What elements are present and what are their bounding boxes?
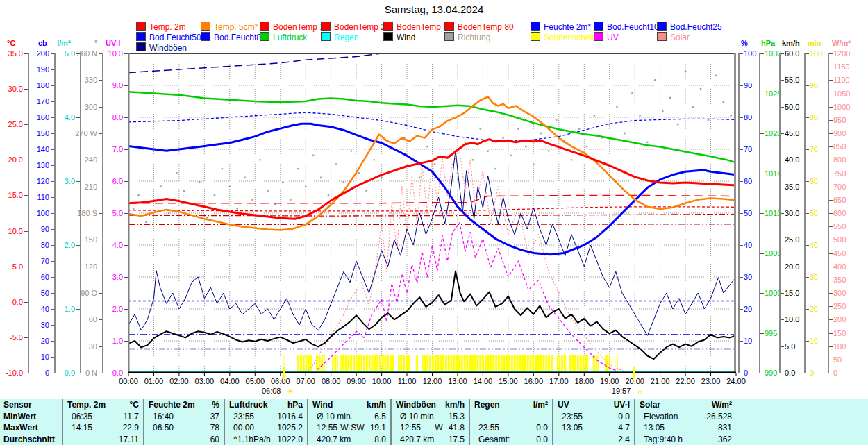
table-row: 17.11: [63, 434, 144, 445]
direction-dot: [685, 70, 687, 72]
table-cell-value: 362: [718, 434, 737, 445]
axis-label: 110: [20, 194, 49, 201]
axis-label: 30: [68, 343, 97, 351]
table-cell-value: 41.8: [449, 422, 470, 434]
axis-label: 25.0: [785, 236, 799, 244]
axis-label: 40: [744, 242, 752, 249]
axis-label: 180 S: [68, 210, 97, 217]
axis-label: 20: [810, 305, 818, 313]
axis-tick: [829, 280, 833, 280]
axis-label: 20.0: [785, 263, 799, 271]
x-tick-label: 04:00: [216, 377, 244, 385]
legend-item: Bod.Feucht10: [594, 22, 659, 31]
direction-dot: [692, 106, 694, 108]
direction-dot: [533, 163, 535, 165]
table-cell-value: -26.528: [703, 411, 737, 423]
legend-swatch-icon: [201, 22, 210, 31]
direction-dot: [517, 128, 519, 130]
legend-item: Solar: [657, 32, 690, 41]
axis-label: 10: [20, 353, 49, 361]
axis-label: 80: [810, 114, 818, 121]
axis-header: km/h: [782, 40, 800, 47]
legend-swatch-icon: [594, 32, 603, 41]
axis-tick: [829, 253, 833, 254]
direction-dot: [297, 168, 299, 170]
axis-tick: [760, 333, 764, 334]
table-cell-value: 1022.0: [277, 434, 308, 445]
legend-item: Bod.Feucht80: [201, 32, 266, 41]
table-group-header: SolarW/m²: [635, 399, 737, 411]
table-cell-value: 15.3: [449, 411, 470, 423]
table-cell-label: 420.7 km: [308, 434, 351, 445]
axis-tick: [24, 302, 28, 303]
axis-tick: [51, 165, 54, 166]
axis-tick: [124, 85, 128, 86]
axis-label: 70: [744, 146, 752, 153]
axis-tick: [781, 53, 784, 54]
axis-header: °: [94, 40, 97, 47]
axis-tick: [740, 277, 743, 278]
axis-header: %: [741, 40, 748, 47]
axis-tick: [806, 213, 809, 214]
axis-label: 800: [833, 156, 846, 164]
table-cell-label: 00:00: [225, 422, 254, 434]
sunshine-bar: [415, 355, 418, 372]
axis-tick: [76, 181, 80, 182]
x-tick-label: 23:00: [697, 377, 725, 385]
legend-swatch-icon: [260, 32, 269, 41]
axis-label: 850: [833, 143, 846, 151]
axis-tick: [740, 117, 743, 118]
axis-tick: [51, 357, 54, 358]
axis-label: 150: [68, 236, 97, 244]
table-cell-value: 2.4: [618, 434, 635, 445]
direction-dot: [646, 141, 649, 143]
axis-label: 60: [20, 274, 49, 281]
axis-label: 950: [833, 117, 846, 124]
axis-label: 70: [810, 146, 818, 153]
table-cell-value: 0.0: [618, 411, 635, 423]
axis-tick: [51, 213, 54, 214]
direction-dot: [137, 194, 140, 196]
x-tick-label: 08:00: [317, 377, 345, 385]
table-cell-value: 6.5: [374, 411, 392, 423]
chart-plot: [128, 53, 736, 373]
legend-item: BodenTemp 50: [383, 22, 453, 31]
legend-swatch-icon: [136, 42, 146, 51]
axis-tick: [99, 160, 102, 160]
table-row: 14:1522.9: [63, 422, 144, 434]
axis-label: 30: [744, 274, 752, 281]
legend-item: Wind: [383, 32, 415, 41]
axis-tick: [24, 124, 28, 125]
axis-label: 80: [744, 114, 752, 121]
axis-tick: [760, 213, 764, 214]
table-group-name: Solar: [635, 399, 660, 411]
direction-dot: [176, 172, 178, 174]
axis-tick: [781, 133, 784, 134]
axis-tick: [760, 133, 764, 134]
legend-item-label: Bod.Feucht25: [670, 22, 722, 32]
table-cell-label: 13:05: [553, 422, 583, 434]
axis-tick: [829, 240, 833, 240]
direction-dot: [312, 155, 315, 157]
axis-tick: [829, 346, 833, 347]
sunshine-bar: [340, 355, 394, 372]
table-row: 23:550.0: [470, 422, 553, 434]
direction-dot: [677, 124, 679, 126]
axis-label: 90: [20, 226, 49, 233]
direction-dot: [556, 119, 558, 121]
axis-tick: [781, 346, 784, 347]
x-tick-label: 02:00: [165, 377, 193, 385]
direction-dot: [715, 75, 717, 77]
axis-label: 35.0: [785, 183, 799, 191]
axis-label: 250: [833, 303, 846, 310]
axis-label: 100: [810, 50, 822, 58]
legend-item-label: Feuchte 2m*: [544, 22, 591, 32]
table-group: Temp. 2m°C06:3511.714:1522.917.11: [62, 399, 144, 445]
axis-label: 10: [744, 337, 752, 345]
direction-dot: [244, 177, 246, 179]
axis-tick: [124, 277, 128, 278]
chart-svg: [128, 53, 736, 373]
axis-tick: [829, 373, 833, 373]
direction-dot: [160, 185, 162, 187]
x-tick-label: 17:00: [545, 377, 573, 385]
